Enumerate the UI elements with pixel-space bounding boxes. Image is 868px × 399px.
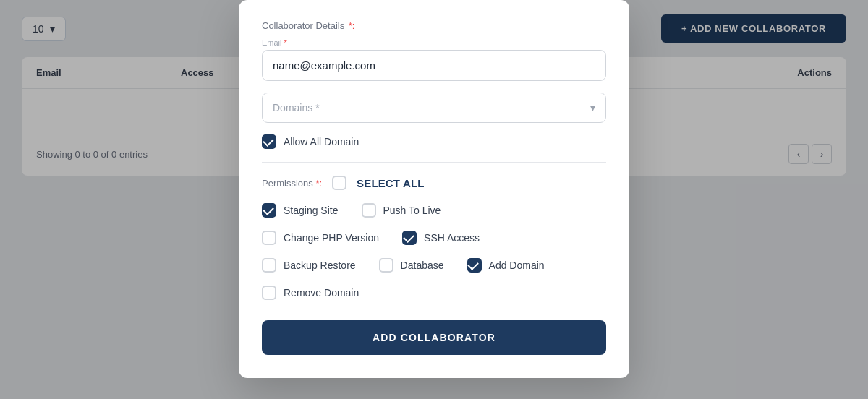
change-php-checkbox[interactable] [262,231,276,245]
permissions-label: Permissions *: [262,178,322,189]
email-label: Email * [262,38,606,47]
database-checkbox[interactable] [379,258,393,273]
permissions-row-2: Change PHP Version SSH Access [262,231,606,245]
allow-all-domain-label: Allow All Domain [284,136,359,147]
add-domain-label: Add Domain [489,259,545,271]
modal-overlay: Collaborator Details *: Email * Domains … [0,0,868,399]
email-group: Email * [262,38,606,81]
ssh-access-item: SSH Access [402,231,480,245]
select-all-checkbox[interactable] [332,176,346,190]
permissions-row-4: Remove Domain [262,286,606,300]
ssh-access-checkbox[interactable] [402,231,417,245]
staging-site-label: Staging Site [284,205,339,216]
domains-group: Domains * ▾ [262,93,606,123]
backup-restore-item: Backup Restore [262,258,356,273]
remove-domain-item: Remove Domain [262,286,359,300]
push-to-live-label: Push To Live [383,205,441,216]
section-required: *: [349,20,355,31]
domains-placeholder: Domains * [273,102,320,113]
database-item: Database [379,258,444,273]
push-to-live-checkbox[interactable] [362,203,376,218]
add-domain-checkbox[interactable] [467,258,482,273]
section-label: Collaborator Details *: [262,20,606,31]
select-all-label: SELECT ALL [357,177,424,189]
database-label: Database [401,259,444,271]
change-php-label: Change PHP Version [284,232,379,244]
staging-site-checkbox[interactable] [262,203,276,218]
submit-label: ADD COLLABORATOR [373,332,495,343]
permissions-row-1: Staging Site Push To Live [262,203,606,218]
backup-restore-label: Backup Restore [284,259,356,271]
backup-restore-checkbox[interactable] [262,258,276,273]
add-collaborator-button[interactable]: ADD COLLABORATOR [262,320,606,355]
domains-select[interactable]: Domains * ▾ [262,93,606,123]
push-to-live-item: Push To Live [362,203,441,218]
dropdown-icon: ▾ [590,102,595,113]
permissions-grid: Staging Site Push To Live Change PHP Ver… [262,203,606,300]
add-domain-item: Add Domain [467,258,545,273]
permissions-row-3: Backup Restore Database Add Domain [262,258,606,273]
remove-domain-label: Remove Domain [284,287,359,299]
allow-all-domain-row: Allow All Domain [262,134,606,149]
email-input[interactable] [262,50,606,81]
permissions-header: Permissions *: SELECT ALL [262,176,606,190]
section-divider [262,162,606,163]
remove-domain-checkbox[interactable] [262,286,276,300]
add-collaborator-modal: Collaborator Details *: Email * Domains … [239,0,629,378]
staging-site-item: Staging Site [262,203,339,218]
allow-all-domain-checkbox[interactable] [262,134,276,149]
change-php-item: Change PHP Version [262,231,379,245]
ssh-access-label: SSH Access [424,232,480,244]
